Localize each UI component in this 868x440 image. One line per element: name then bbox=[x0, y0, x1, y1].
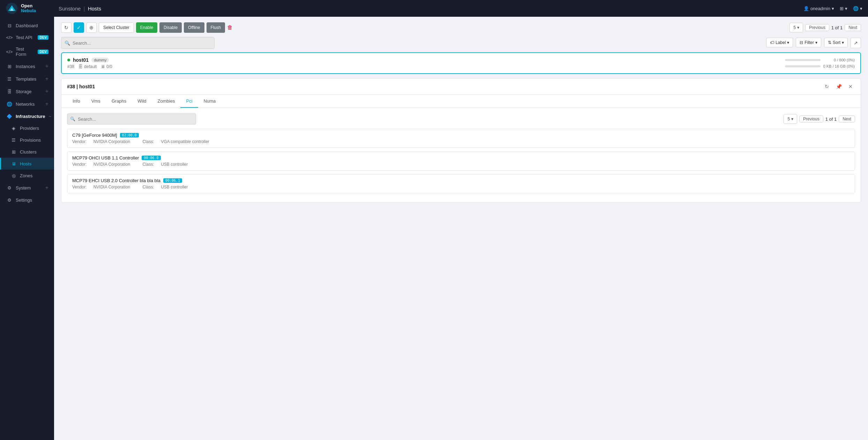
chevron-down-icon-8: ▾ bbox=[791, 117, 793, 121]
tab-wild[interactable]: Wild bbox=[132, 95, 152, 108]
pci-search-input[interactable] bbox=[67, 113, 196, 125]
select-all-checkbox[interactable]: ✓ bbox=[74, 22, 84, 33]
sidebar-item-infrastructure[interactable]: 🔷 Infrastructure − bbox=[0, 110, 54, 122]
pci-search-icon: 🔍 bbox=[70, 117, 75, 121]
globe-menu[interactable]: 🌐 ▾ bbox=[853, 6, 862, 11]
pci-device-1[interactable]: MCP79 OHCI USB 1.1 Controller 00:06.0 Ve… bbox=[67, 151, 855, 171]
tab-pci[interactable]: Pci bbox=[180, 95, 198, 108]
chevron-down-icon-2: ▾ bbox=[845, 6, 847, 11]
delete-button[interactable]: 🗑 bbox=[227, 24, 233, 31]
sidebar-item-instances[interactable]: ⊞ Instances + bbox=[0, 60, 54, 73]
pci-device-2-vendor-label: Vendor: bbox=[72, 185, 88, 189]
label-btn-text: Label bbox=[776, 40, 786, 45]
chevron-down-icon-5: ▾ bbox=[787, 40, 789, 45]
sidebar-item-settings[interactable]: ⚙ Settings bbox=[0, 194, 54, 206]
user-menu[interactable]: 👤 oneadmin ▾ bbox=[803, 6, 834, 11]
pagination: 5 ▾ Previous 1 of 1 Next bbox=[790, 23, 861, 32]
networks-icon: 🌐 bbox=[7, 101, 12, 107]
detail-panel: #38 | host01 ↻ 📌 ✕ Info Vms Graphs Wild … bbox=[61, 78, 861, 203]
breadcrumb-topnav: Sunstone | Hosts bbox=[59, 6, 101, 12]
sidebar-item-networks[interactable]: 🌐 Networks + bbox=[0, 98, 54, 110]
pci-device-0[interactable]: C79 [GeForce 9400M] 02:00.0 Vendor: NVID… bbox=[67, 129, 855, 148]
sort-btn-text: Sort bbox=[833, 40, 840, 45]
sidebar-item-storage[interactable]: 🗄 Storage + bbox=[0, 85, 54, 98]
host-card[interactable]: host01 dummy #38 🗄 default 🖥 bbox=[61, 52, 861, 74]
pci-device-0-title: C79 [GeForce 9400M] 02:00.0 bbox=[72, 133, 850, 138]
tab-zombies[interactable]: Zombies bbox=[152, 95, 181, 108]
storage-plus: + bbox=[45, 88, 48, 95]
detail-refresh-button[interactable]: ↻ bbox=[822, 82, 831, 91]
page-title-nav: Hosts bbox=[88, 6, 101, 12]
pci-device-0-meta: Vendor: NVIDIA Corporation Class: VGA co… bbox=[72, 139, 850, 144]
sidebar-item-zones[interactable]: ◎ Zones bbox=[0, 170, 54, 181]
next-page-button[interactable]: Next bbox=[845, 24, 861, 31]
filter-icon: ⊟ bbox=[800, 40, 803, 45]
topnav-right: 👤 oneadmin ▾ ⊞ ▾ 🌐 ▾ bbox=[803, 6, 862, 11]
cpu-label: 0 / 800 (0%) bbox=[823, 58, 855, 62]
offline-button[interactable]: Offline bbox=[184, 22, 204, 33]
sidebar-item-providers[interactable]: ◈ Providers bbox=[0, 122, 54, 134]
external-link-button[interactable]: ↗ bbox=[851, 38, 861, 48]
pci-device-2-title: MCP79 EHCI USB 2.0 Controller bla bla bl… bbox=[72, 178, 850, 183]
instances-plus: + bbox=[45, 63, 48, 69]
host-id: #38 bbox=[67, 64, 74, 69]
search-hosts: 🔍 bbox=[61, 37, 215, 49]
tab-graphs[interactable]: Graphs bbox=[106, 95, 132, 108]
pci-search: 🔍 bbox=[67, 113, 196, 125]
zones-icon: ◎ bbox=[11, 173, 16, 178]
hosts-icon: 🖥 bbox=[11, 161, 16, 166]
sidebar-item-dashboard[interactable]: ⊟ Dashboard bbox=[0, 20, 54, 31]
system-plus: + bbox=[45, 185, 48, 191]
host-tag: dummy bbox=[91, 58, 109, 62]
sidebar-item-test-form[interactable]: </> Test Form DEV bbox=[0, 43, 54, 60]
host-cluster: 🗄 default bbox=[78, 64, 97, 69]
sidebar-label-provisions: Provisions bbox=[20, 137, 41, 143]
flush-button[interactable]: Flush bbox=[207, 22, 225, 33]
tab-vms[interactable]: Vms bbox=[86, 95, 106, 108]
detail-panel-header: #38 | host01 ↻ 📌 ✕ bbox=[61, 79, 861, 95]
detail-close-button[interactable]: ✕ bbox=[846, 82, 855, 91]
sidebar-item-system[interactable]: ⚙ System + bbox=[0, 181, 54, 194]
pci-prev-button[interactable]: Previous bbox=[799, 115, 823, 122]
label-button[interactable]: 🏷 Label ▾ bbox=[766, 38, 793, 47]
sidebar-item-clusters[interactable]: ⊞ Clusters bbox=[0, 146, 54, 158]
filter-buttons: 🏷 Label ▾ ⊟ Filter ▾ ⇅ Sort ▾ ↗ bbox=[766, 38, 861, 48]
add-host-button[interactable]: ⊕ bbox=[86, 22, 97, 33]
search-input[interactable] bbox=[61, 37, 215, 49]
infra-icon: 🔷 bbox=[7, 113, 12, 119]
pci-next-button[interactable]: Next bbox=[839, 115, 855, 122]
logo[interactable]: Open Nebula bbox=[6, 2, 54, 15]
pci-device-1-class: USB controller bbox=[161, 162, 188, 167]
sidebar-badge-dev-2: DEV bbox=[38, 50, 48, 54]
pci-device-1-class-label: Class: bbox=[142, 162, 155, 167]
pci-device-0-class-label: Class: bbox=[142, 139, 155, 144]
filter-button[interactable]: ⊟ Filter ▾ bbox=[796, 38, 821, 47]
tab-numa[interactable]: Numa bbox=[198, 95, 222, 108]
content-area: ↻ ✓ ⊕ Select Cluster Enable Disable Offl… bbox=[54, 17, 868, 440]
pci-per-page-dropdown[interactable]: 5 ▾ bbox=[784, 114, 797, 124]
sidebar-item-hosts[interactable]: 🖥 Hosts bbox=[0, 158, 54, 170]
refresh-button[interactable]: ↻ bbox=[61, 22, 72, 33]
tab-info[interactable]: Info bbox=[67, 95, 86, 108]
pci-device-2-class: USB controller bbox=[161, 185, 188, 189]
detail-title: #38 | host01 bbox=[67, 84, 819, 89]
templates-icon: ☰ bbox=[7, 76, 12, 82]
user-icon: 👤 bbox=[803, 6, 809, 11]
per-page-dropdown[interactable]: 5 ▾ bbox=[790, 23, 803, 32]
prev-page-button[interactable]: Previous bbox=[805, 24, 829, 31]
enable-button[interactable]: Enable bbox=[136, 22, 157, 33]
sidebar-item-test-api[interactable]: </> Test API DEV bbox=[0, 31, 54, 43]
chevron-down-icon-7: ▾ bbox=[842, 40, 844, 45]
sidebar-item-templates[interactable]: ☰ Templates + bbox=[0, 73, 54, 85]
select-cluster-button[interactable]: Select Cluster bbox=[99, 22, 134, 33]
chevron-down-icon-6: ▾ bbox=[815, 40, 817, 45]
disable-button[interactable]: Disable bbox=[159, 22, 182, 33]
pci-device-2-name: MCP79 EHCI USB 2.0 Controller bla bla bl… bbox=[72, 178, 160, 183]
pci-device-2-code: 00:06.1 bbox=[163, 178, 182, 183]
sort-button[interactable]: ⇅ Sort ▾ bbox=[824, 38, 848, 47]
grid-menu[interactable]: ⊞ ▾ bbox=[840, 6, 847, 11]
sidebar-item-provisions[interactable]: ☰ Provisions bbox=[0, 134, 54, 146]
detail-pin-button[interactable]: 📌 bbox=[834, 82, 843, 91]
pci-device-2[interactable]: MCP79 EHCI USB 2.0 Controller bla bla bl… bbox=[67, 174, 855, 193]
sidebar-label-dashboard: Dashboard bbox=[16, 23, 38, 28]
